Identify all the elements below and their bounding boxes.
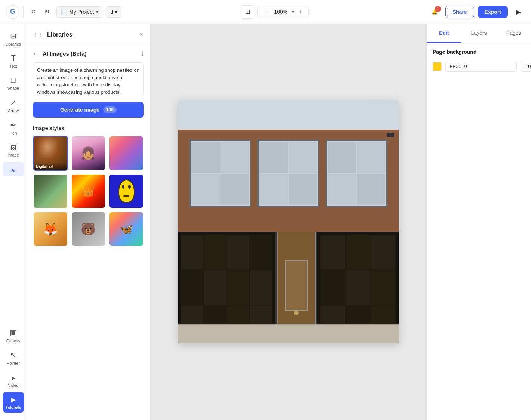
style-item-anime[interactable]: 👧 <box>71 136 106 171</box>
sidebar-item-text-label: Text <box>9 64 17 68</box>
zoom-in-button[interactable]: + <box>296 8 304 16</box>
notifications-button[interactable]: 🔔 1 <box>428 5 442 19</box>
style-item-digital-art[interactable]: Digital art <box>33 136 68 171</box>
sidebar-item-arrow-wrapper: Arrow <box>3 95 24 116</box>
topbar-center: ⊡ − 100% ▾ + <box>126 5 424 19</box>
project-name-chevron: ▾ <box>96 9 98 15</box>
undo-button[interactable]: ↺ <box>27 6 39 18</box>
video-icon <box>12 373 15 382</box>
share-button[interactable]: Share <box>445 6 474 18</box>
zoom-control: − 100% ▾ + <box>257 6 309 18</box>
topbar-right: 🔔 1 Share Export ▶ <box>428 5 525 19</box>
ai-prompt-input[interactable] <box>33 62 144 96</box>
image-styles-title: Image styles <box>33 125 144 131</box>
pointer-icon <box>10 350 16 359</box>
ai-back-button[interactable]: ← <box>33 50 39 57</box>
sidebar-item-arrow[interactable]: Arrow <box>3 95 24 116</box>
style-item-pet2[interactable]: 🐻 <box>71 211 106 247</box>
shape-icon <box>11 76 15 84</box>
sidebar-item-shape-wrapper: Shape <box>3 73 24 93</box>
ai-icon <box>11 165 15 173</box>
sidebar-item-pointer[interactable]: Pointer <box>3 348 24 368</box>
sidebar-item-canvas-label: Canvas <box>6 339 20 343</box>
sidebar-item-pen-label: Pen <box>10 131 17 135</box>
zoom-dropdown-button[interactable]: ▾ <box>292 9 294 15</box>
arrow-icon <box>10 98 16 107</box>
sidebar-item-libraries-wrapper: Libraries <box>3 28 24 49</box>
tab-pages[interactable]: Pages <box>496 24 531 43</box>
bg-color-swatch[interactable] <box>433 62 442 71</box>
sidebar-item-libraries-label: Libraries <box>5 42 21 46</box>
shop-image: ⧉ 🗑 ⬇ <box>178 101 399 343</box>
panel-close-button[interactable]: × <box>138 30 144 39</box>
libraries-panel: ⋮⋮ Libraries × ← AI Images (Beta) ℹ Gene… <box>27 24 150 420</box>
breadcrumb-button[interactable]: d ▾ <box>106 6 121 18</box>
ai-images-header: ← AI Images (Beta) ℹ <box>33 50 144 57</box>
sidebar-item-canvas[interactable]: Canvas <box>3 325 24 346</box>
generate-image-button[interactable]: Generate image 100 <box>33 102 144 118</box>
zoom-value: 100% <box>272 9 290 15</box>
tab-edit[interactable]: Edit <box>427 24 461 43</box>
notification-badge: 1 <box>435 6 441 12</box>
sidebar-item-shape-label: Shape <box>7 86 19 90</box>
style-item-cartoon[interactable] <box>109 174 144 209</box>
right-panel: Edit Layers Pages Page background % 👁 − <box>426 24 531 420</box>
panel-header-left: ⋮⋮ Libraries <box>33 31 72 38</box>
sidebar-item-image[interactable]: Image <box>3 140 24 160</box>
text-icon <box>11 54 15 62</box>
drag-handle-icon[interactable]: ⋮⋮ <box>33 32 43 38</box>
sidebar-item-text-wrapper: Text <box>3 51 24 71</box>
play-button[interactable]: ▶ <box>512 5 525 19</box>
sidebar-item-libraries[interactable]: Libraries <box>3 28 24 49</box>
project-name-button[interactable]: 📄 My Project ▾ <box>56 6 102 18</box>
ai-info-button[interactable]: ℹ <box>142 50 144 57</box>
sidebar-item-pen-wrapper: Pen <box>3 117 24 138</box>
breadcrumb-text: d <box>110 9 113 15</box>
bg-color-hex-input[interactable] <box>445 61 517 72</box>
canvas-frame: ⧉ 🗑 ⬇ <box>178 101 399 343</box>
image-icon <box>10 143 16 151</box>
breadcrumb-chevron: ▾ <box>115 9 117 15</box>
pen-icon <box>10 120 16 129</box>
image-styles-grid: Digital art 👧 <box>33 136 144 247</box>
right-panel-content: Page background % 👁 − <box>427 43 531 420</box>
redo-button[interactable]: ↻ <box>41 6 53 18</box>
export-button[interactable]: Export <box>478 6 508 18</box>
style-item-vivid[interactable]: 👑 <box>71 174 106 209</box>
topbar: G ↺ ↻ 📄 My Project ▾ d ▾ ⊡ − 100% ▾ + 🔔 … <box>0 0 531 24</box>
generate-label: Generate image <box>60 107 99 113</box>
sidebar-item-ai-wrapper <box>3 162 24 176</box>
panel-title: Libraries <box>47 31 72 38</box>
style-item-pet3[interactable]: 🦋 <box>109 211 144 247</box>
google-logo[interactable]: G <box>6 5 19 19</box>
tutorials-icon <box>11 395 16 404</box>
sidebar-item-pen[interactable]: Pen <box>3 117 24 138</box>
zoom-out-button[interactable]: − <box>262 8 269 16</box>
ai-images-title: AI Images (Beta) <box>43 50 138 57</box>
page-background-title: Page background <box>433 49 525 55</box>
screen-view-button[interactable]: ⊡ <box>241 5 254 19</box>
tab-layers[interactable]: Layers <box>461 24 496 43</box>
sidebar-item-ai[interactable] <box>3 162 24 176</box>
topbar-left: G ↺ ↻ 📄 My Project ▾ d ▾ <box>6 5 121 19</box>
bg-color-row: % 👁 − <box>433 61 525 72</box>
main-area: Libraries Text Shape Arrow Pen <box>0 24 531 420</box>
undo-redo-group: ↺ ↻ <box>27 6 53 18</box>
bg-opacity-input[interactable] <box>521 61 531 72</box>
sidebar-item-video[interactable]: Video <box>3 370 24 390</box>
canvas-area[interactable]: ⧉ 🗑 ⬇ <box>150 24 426 420</box>
sidebar-item-canvas-wrapper: Canvas <box>3 325 24 346</box>
style-item-impressionist[interactable] <box>33 174 68 209</box>
sidebar-item-pointer-label: Pointer <box>7 361 20 365</box>
canvas-icon <box>10 328 17 337</box>
sidebar-item-text[interactable]: Text <box>3 51 24 71</box>
tutorials-label: Tutorials <box>6 405 21 410</box>
sidebar-item-image-label: Image <box>7 153 19 157</box>
sidebar-item-shape[interactable]: Shape <box>3 73 24 93</box>
tutorials-button[interactable]: Tutorials <box>3 392 24 413</box>
generate-count-badge: 100 <box>103 106 117 113</box>
right-panel-tabs: Edit Layers Pages <box>427 24 531 43</box>
sidebar-item-arrow-label: Arrow <box>8 108 19 113</box>
style-item-pop-art[interactable] <box>109 136 144 171</box>
style-item-pet1[interactable]: 🦊 <box>33 211 68 247</box>
